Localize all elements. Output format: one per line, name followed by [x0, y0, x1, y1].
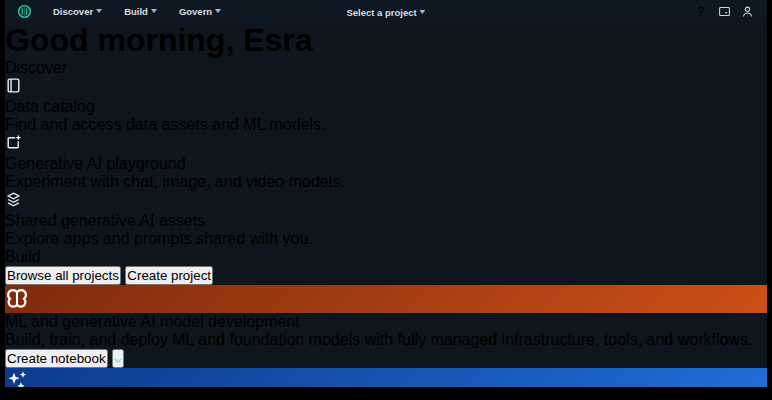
nav-menu-build[interactable]: Build: [115, 3, 166, 20]
build-card-description: Build, train, and deploy ML and foundati…: [5, 331, 767, 349]
chevron-down-icon: [114, 358, 122, 363]
nav-menu-label: Govern: [179, 6, 212, 17]
user-icon: [741, 5, 754, 18]
brain-icon: [5, 285, 767, 313]
app-window: Discover Build Govern Select a project: [5, 0, 767, 387]
sparkles-icon: [5, 368, 767, 387]
feedback-icon: [718, 5, 731, 18]
browse-all-projects-button[interactable]: Browse all projects: [5, 266, 121, 285]
create-notebook-button[interactable]: Create notebook: [5, 349, 108, 368]
create-project-button[interactable]: Create project: [125, 266, 213, 285]
hero-section: Good morning, Esra Discover Data catalog…: [5, 22, 767, 248]
discover-card-title: Shared generative AI assets: [5, 212, 767, 230]
create-notebook-dropdown[interactable]: [112, 349, 124, 368]
chevron-down-icon: [215, 9, 221, 13]
build-card-ml-model-development[interactable]: ML and generative AI model development B…: [5, 285, 767, 368]
discover-card-row: Data catalog Find and access data assets…: [5, 77, 767, 248]
help-icon: ?: [697, 4, 704, 19]
build-section-label: Build: [5, 248, 767, 266]
chevron-down-icon: [420, 10, 426, 14]
nav-menu-discover[interactable]: Discover: [44, 3, 111, 20]
project-selector[interactable]: Select a project: [337, 4, 434, 21]
nav-menu-label: Discover: [53, 6, 93, 17]
page-greeting: Good morning, Esra: [5, 22, 767, 59]
discover-card-title: Data catalog: [5, 98, 767, 116]
build-section: Build Browse all projects Create project…: [5, 248, 767, 387]
nav-menu-govern[interactable]: Govern: [170, 3, 230, 20]
discover-card-data-catalog[interactable]: Data catalog Find and access data assets…: [5, 77, 767, 134]
discover-section-label: Discover: [5, 59, 767, 77]
app-logo-icon[interactable]: [17, 4, 32, 19]
layers-icon: [5, 194, 22, 211]
discover-card-genai-playground[interactable]: Generative AI playground Experiment with…: [5, 134, 767, 191]
discover-card-shared-assets[interactable]: Shared generative AI assets Explore apps…: [5, 191, 767, 248]
top-nav: Discover Build Govern Select a project: [5, 0, 767, 22]
build-card-grid: ML and generative AI model development B…: [5, 285, 767, 387]
chevron-down-icon: [96, 9, 102, 13]
discover-card-description: Explore apps and prompts shared with you…: [5, 230, 767, 248]
feedback-button[interactable]: [716, 3, 732, 19]
playground-icon: [5, 137, 22, 154]
help-button[interactable]: ?: [693, 3, 709, 19]
build-card-title: ML and generative AI model development: [5, 313, 767, 331]
discover-card-description: Find and access data assets and ML model…: [5, 116, 767, 134]
project-selector-label: Select a project: [346, 7, 416, 18]
catalog-icon: [5, 80, 22, 97]
amazon-q-icon: [672, 5, 684, 17]
build-card-genai-app-development[interactable]: Generative AI app development Build gene…: [5, 368, 767, 387]
user-menu-button[interactable]: [739, 3, 755, 19]
chevron-down-icon: [151, 9, 157, 13]
nav-menu-label: Build: [124, 6, 148, 17]
discover-card-description: Experiment with chat, image, and video m…: [5, 173, 767, 191]
discover-card-title: Generative AI playground: [5, 155, 767, 173]
amazon-q-button[interactable]: [670, 3, 686, 19]
